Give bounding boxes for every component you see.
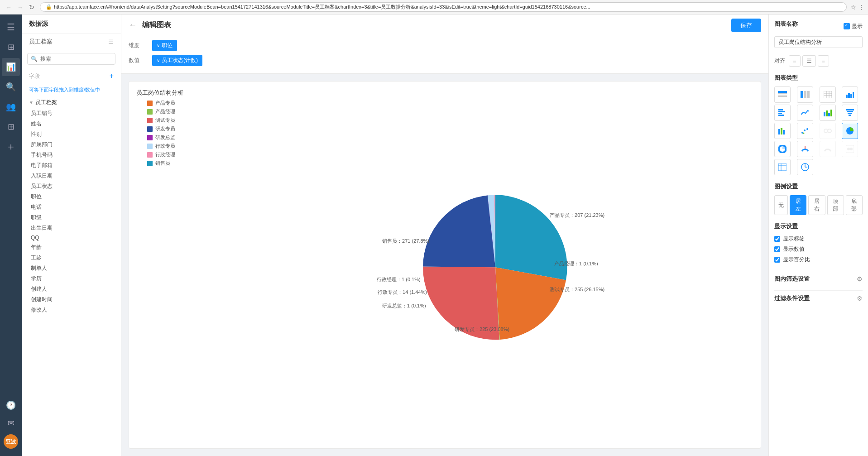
field-item-13[interactable]: QQ [22,233,121,242]
back-button[interactable]: ← [129,20,137,30]
type-scatter[interactable] [797,123,813,139]
fields-label-text: 字段 [29,72,40,80]
field-item-19[interactable]: 创建时间 [22,294,121,305]
field-item-16[interactable]: 制单人 [22,263,121,274]
dimension-label: 维度 [129,42,147,49]
menu-icon[interactable]: ☰ [2,18,20,36]
value-tag[interactable]: ∨ 员工状态(计数) [152,55,202,66]
add-icon[interactable]: ＋ [2,138,20,156]
chart-legend: 产品专员 产品经理 测试专员 研发专员 [147,100,175,168]
legend-pos-top[interactable]: 顶部 [827,195,844,215]
field-item-4[interactable]: 所属部门 [22,139,121,150]
chart-name-input[interactable] [774,36,863,48]
legend-label-7: 行政经理 [155,151,175,158]
forward-nav[interactable]: → [15,3,25,12]
display-value-checkbox[interactable] [774,246,780,252]
field-item-12[interactable]: 出生日期 [22,223,121,233]
filter-gear-icon[interactable]: ⚙ [857,275,863,283]
segment-product-staff[interactable] [495,267,566,340]
type-gauge1[interactable] [797,141,813,157]
segment-sales[interactable] [495,195,567,280]
reload-nav[interactable]: ↻ [27,3,36,12]
field-item-15[interactable]: 工龄 [22,253,121,263]
type-line[interactable] [797,105,813,121]
field-item-2[interactable]: 姓名 [22,119,121,129]
browser-url-bar[interactable]: 🔒 https://app.teamface.cn/#/frontend/dat… [40,2,847,12]
type-bar2[interactable] [820,105,836,121]
bookmark-icon[interactable]: ☆ [850,4,856,11]
type-table4[interactable] [774,159,791,175]
type-bar3[interactable] [774,123,791,139]
legend-pos-bottom[interactable]: 底部 [846,195,863,215]
svg-rect-6 [807,91,810,98]
align-left-btn[interactable]: ≡ [789,55,801,67]
field-item-10[interactable]: 电话 [22,202,121,212]
align-center-btn[interactable]: ☰ [802,55,816,67]
legend-pos-none[interactable]: 无 [774,195,788,215]
field-item-14[interactable]: 年龄 [22,242,121,253]
type-table1[interactable] [774,86,791,103]
add-field-btn[interactable]: + [110,72,114,80]
type-pie[interactable] [842,123,858,139]
field-item-9[interactable]: 职位 [22,192,121,202]
field-item-3[interactable]: 性别 [22,129,121,139]
field-item-7[interactable]: 入职日期 [22,171,121,181]
tree-parent[interactable]: ▼ 员工档案 [22,97,121,108]
legend-item-6: 行政专员 [147,143,175,149]
segment-test-staff[interactable] [423,267,499,340]
dimension-tag[interactable]: ∨ 职位 [152,40,177,51]
svg-rect-26 [848,113,852,114]
align-section: 对齐 ≡ ☰ ≡ [774,55,863,67]
avatar[interactable]: 亚波 [2,432,20,451]
back-nav[interactable]: ← [4,3,14,12]
display-pct-checkbox[interactable] [774,257,780,263]
svg-rect-19 [778,115,784,116]
more-icon[interactable]: ⋮ [858,4,864,11]
save-button[interactable]: 保存 [731,19,761,32]
legend-pos-right[interactable]: 居右 [808,195,825,215]
field-item-1[interactable]: 员工编号 [22,108,121,119]
type-funnel[interactable] [842,105,858,121]
condition-gear-icon[interactable]: ⚙ [857,295,863,302]
svg-rect-21 [826,110,828,116]
show-checkbox[interactable]: 显示 [844,23,863,30]
display-label-checkbox[interactable] [774,236,780,242]
field-item-6[interactable]: 电子邮箱 [22,160,121,171]
filter-section[interactable]: 图内筛选设置 ⚙ [774,271,863,287]
legend-pos-left[interactable]: 居左 [790,195,806,215]
type-table2[interactable] [797,86,813,103]
mail-icon[interactable]: ✉ [2,414,20,432]
field-item-20[interactable]: 修改人 [22,305,121,315]
dashboard-icon[interactable]: ⊞ [2,38,20,56]
field-item-5[interactable]: 手机号码 [22,150,121,160]
field-item-11[interactable]: 职级 [22,212,121,223]
type-clock[interactable] [797,159,813,175]
search-icon[interactable]: 🔍 [2,78,20,96]
type-table3[interactable] [820,86,836,103]
apps-icon[interactable]: ⊞ [2,118,20,136]
legend-item-7: 行政经理 [147,151,175,158]
field-item-17[interactable]: 学历 [22,274,121,284]
users-icon[interactable]: 👥 [2,98,20,116]
legend-label-8: 销售员 [155,160,170,167]
history-icon[interactable]: 🕐 [2,396,20,414]
svg-point-41 [850,148,853,150]
field-item-18[interactable]: 创建人 [22,284,121,294]
svg-point-32 [804,130,806,131]
data-source-item[interactable]: 员工档案 ☰ [22,34,121,49]
type-bar-horizontal[interactable] [774,105,791,121]
align-right-btn[interactable]: ≡ [818,55,830,67]
field-item-8[interactable]: 员工状态 [22,181,121,192]
type-donut[interactable] [774,141,791,157]
search-input[interactable] [27,53,115,65]
field-tree: ▼ 员工档案 员工编号 姓名 性别 所属部门 手机号码 电子邮箱 入职日期 员工… [22,97,121,456]
type-bar-vertical[interactable] [842,86,858,103]
legend-item-1: 产品专员 [147,100,175,106]
chart-icon[interactable]: 📊 [2,58,20,76]
condition-section[interactable]: 过滤条件设置 ⚙ [774,290,863,306]
segment-dev-staff[interactable] [423,195,495,267]
svg-rect-12 [846,95,848,98]
data-source-title: 数据源 [22,14,121,34]
align-buttons: ≡ ☰ ≡ [789,55,829,67]
svg-rect-13 [848,93,850,98]
